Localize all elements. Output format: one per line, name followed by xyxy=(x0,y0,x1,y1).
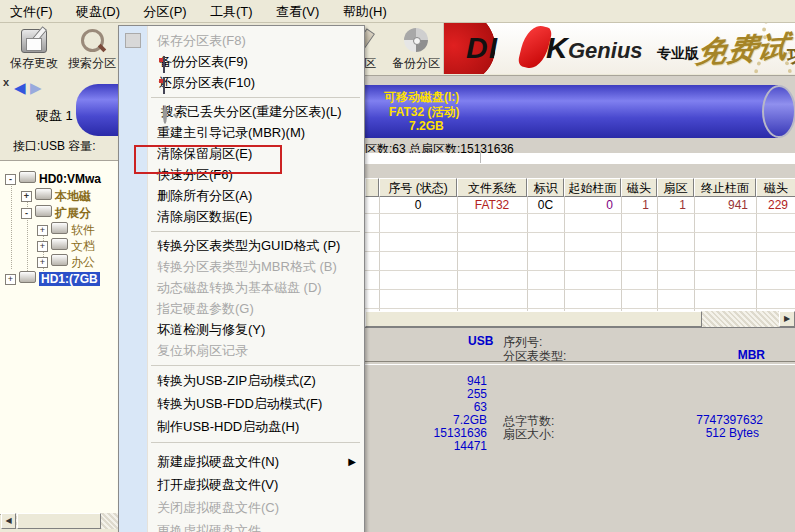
col-header-filesystem[interactable]: 文件系统 xyxy=(457,178,527,197)
disk-interface-label: 接口:USB 容量: xyxy=(13,138,118,155)
tree-item-hd1-selected[interactable]: +HD1:(7GB xyxy=(5,271,123,287)
menu-item-search-lost-partitions[interactable]: 搜索已丢失分区(重建分区表)(L) xyxy=(119,101,364,122)
toggle-icon[interactable]: + xyxy=(37,257,48,268)
floppy-icon xyxy=(163,77,165,94)
submenu-arrow-icon: ▶ xyxy=(348,450,356,473)
col-header-sector[interactable]: 扇区 xyxy=(657,178,694,197)
cell-filesystem: FAT32 xyxy=(457,198,527,213)
hscroll-thumb[interactable] xyxy=(365,311,702,327)
menu-item-new-virtual-disk[interactable]: 新建虚拟硬盘文件(N)▶ xyxy=(119,450,364,473)
logo-genius: Genius xyxy=(568,38,643,64)
toggle-icon[interactable]: + xyxy=(5,274,16,285)
col-header-id[interactable]: 标识 xyxy=(527,178,564,197)
interface-value: USB xyxy=(468,334,493,348)
disk-icon xyxy=(51,238,68,250)
backup-partition-button[interactable]: 备份分区 xyxy=(390,25,442,73)
menu-item-specify-disk-params: 指定硬盘参数(G) xyxy=(119,298,364,319)
sector-size-value: 512 Bytes xyxy=(640,426,759,440)
geom-value-cylinders: 941 xyxy=(400,374,487,388)
banner-line3: 7.2GB xyxy=(409,119,444,133)
tree-label: 软件 xyxy=(71,223,95,237)
col-header-endcyl[interactable]: 终止柱面 xyxy=(694,178,756,197)
col-header-startcyl[interactable]: 起始柱面 xyxy=(564,178,621,197)
floppy-icon xyxy=(163,56,165,73)
menu-item-make-usb-hdd-boot[interactable]: 制作USB-HDD启动盘(H) xyxy=(119,415,364,438)
cell-id: 0C xyxy=(527,198,564,213)
menu-partition[interactable]: 分区(P) xyxy=(133,0,196,21)
toggle-icon[interactable]: + xyxy=(37,241,48,252)
nav-right-icon[interactable]: ▶ xyxy=(30,79,42,97)
nav-left-icon[interactable]: ◀ xyxy=(14,79,26,97)
toggle-icon[interactable]: + xyxy=(37,225,48,236)
menu-item-restore-partition-table[interactable]: 还原分区表(F10) xyxy=(119,72,364,93)
menu-item-close-virtual-disk: 关闭虚拟硬盘文件(C) xyxy=(119,496,364,519)
scroll-right-icon[interactable]: ▶ xyxy=(779,311,795,327)
geom-value-cylsize: 14471 xyxy=(400,439,487,453)
backup-partition-label: 备份分区 xyxy=(390,55,442,72)
disk-cylinder-banner[interactable] xyxy=(300,85,778,138)
free-trial-label: 免费试用 xyxy=(686,26,795,74)
save-icon xyxy=(125,33,141,48)
disk-cylinder-cap xyxy=(762,85,795,138)
left-hscroll-thumb[interactable] xyxy=(17,513,101,529)
geom-value-totalsectors: 15131636 xyxy=(400,426,487,440)
edition-label: 专业版 xyxy=(657,45,699,63)
menu-separator xyxy=(119,227,364,235)
menu-disk[interactable]: 硬盘(D) xyxy=(66,0,130,21)
geom-value-heads: 255 xyxy=(400,387,487,401)
menu-item-open-virtual-disk[interactable]: 打开虚拟硬盘文件(V) xyxy=(119,473,364,496)
menu-item-convert-to-mbr: 转换分区表类型为MBR格式 (B) xyxy=(119,256,364,277)
logo-k: K xyxy=(546,31,568,65)
toggle-icon[interactable]: + xyxy=(21,191,32,202)
col-header-seq[interactable]: 序号 (状态) xyxy=(379,178,457,197)
sector-size-label: 扇区大小: xyxy=(503,426,554,443)
close-icon[interactable]: x xyxy=(3,76,9,88)
geom-value-sectors: 63 xyxy=(400,400,487,414)
menu-item-delete-all-partitions[interactable]: 删除所有分区(A) xyxy=(119,185,364,206)
toggle-icon[interactable]: - xyxy=(5,174,16,185)
menu-tools[interactable]: 工具(T) xyxy=(200,0,263,21)
menu-item-rebuild-mbr[interactable]: 重建主引导记录(MBR)(M) xyxy=(119,122,364,143)
menu-view[interactable]: 查看(V) xyxy=(266,0,329,21)
menu-help[interactable]: 帮助(H) xyxy=(333,0,397,21)
menu-file[interactable]: 文件(F) xyxy=(0,0,63,21)
tree-label: HD0:VMwa xyxy=(39,172,101,186)
tree-item-hd0[interactable]: -HD0:VMwa xyxy=(5,171,123,187)
col-header-head[interactable]: 磁头 xyxy=(621,178,657,197)
menu-separator xyxy=(119,93,364,101)
search-partition-button[interactable]: 搜索分区 xyxy=(64,25,120,73)
cell-startcyl: 0 xyxy=(564,198,613,213)
menu-item-partial-clipped: 更换虚拟硬盘文件 xyxy=(119,519,364,532)
total-bytes-value: 7747397632 xyxy=(640,413,763,427)
menu-item-usb-fdd-mode[interactable]: 转换为USB-FDD启动模式(F) xyxy=(119,392,364,415)
col-header-endhead[interactable]: 磁头 xyxy=(756,178,795,197)
geom-value-capacity: 7.2GB xyxy=(400,413,487,427)
col-header-empty[interactable] xyxy=(365,178,379,197)
cell-endhead: 229 xyxy=(756,198,788,213)
ptable-type-value: MBR xyxy=(700,348,765,362)
disk-tree: -HD0:VMwa +本地磁 -扩展分 +软件 +文档 +办公 +HD1:(7G… xyxy=(0,160,118,515)
diskgenius-window: 文件(F) 硬盘(D) 分区(P) 工具(T) 查看(V) 帮助(H) 保存更改… xyxy=(0,0,795,532)
left-panel-hscrollbar[interactable]: ◀ xyxy=(1,513,118,529)
disk-icon xyxy=(19,271,36,283)
save-changes-button[interactable]: 保存更改 xyxy=(6,25,62,73)
menu-item-bad-track-check[interactable]: 坏道检测与修复(Y) xyxy=(119,319,364,340)
menu-item-convert-to-guid[interactable]: 转换分区表类型为GUID格式 (P) xyxy=(119,235,364,256)
scroll-left-icon[interactable]: ◀ xyxy=(1,513,16,529)
menu-item-clear-sector-data[interactable]: 清除扇区数据(E) xyxy=(119,206,364,227)
menubar: 文件(F) 硬盘(D) 分区(P) 工具(T) 查看(V) 帮助(H) xyxy=(0,0,795,23)
cell-endcyl: 941 xyxy=(694,198,748,213)
disk-context-menu: 保存分区表(F8) 备份分区表(F9) 还原分区表(F10) 搜索已丢失分区(重… xyxy=(118,25,365,532)
menu-item-backup-partition-table[interactable]: 备份分区表(F9) xyxy=(119,51,364,72)
menu-item-save-partition-table: 保存分区表(F8) xyxy=(119,30,364,51)
mini-disk-cylinder[interactable] xyxy=(76,84,119,136)
tree-label: 文档 xyxy=(71,239,95,253)
menu-item-dynamic-to-basic: 动态磁盘转换为基本磁盘 (D) xyxy=(119,277,364,298)
search-partition-label: 搜索分区 xyxy=(64,55,120,72)
menu-item-usb-zip-mode[interactable]: 转换为USB-ZIP启动模式(Z) xyxy=(119,369,364,392)
tree-label-selected: HD1:(7GB xyxy=(39,272,100,286)
tree-label: 扩展分 xyxy=(55,206,91,220)
red-highlight-box xyxy=(134,145,282,174)
toggle-icon[interactable]: - xyxy=(21,208,32,219)
left-panel: x ◀ ▶ 硬盘 1 接口:USB 容量: -HD0:VMwa +本地磁 -扩展… xyxy=(0,75,120,532)
